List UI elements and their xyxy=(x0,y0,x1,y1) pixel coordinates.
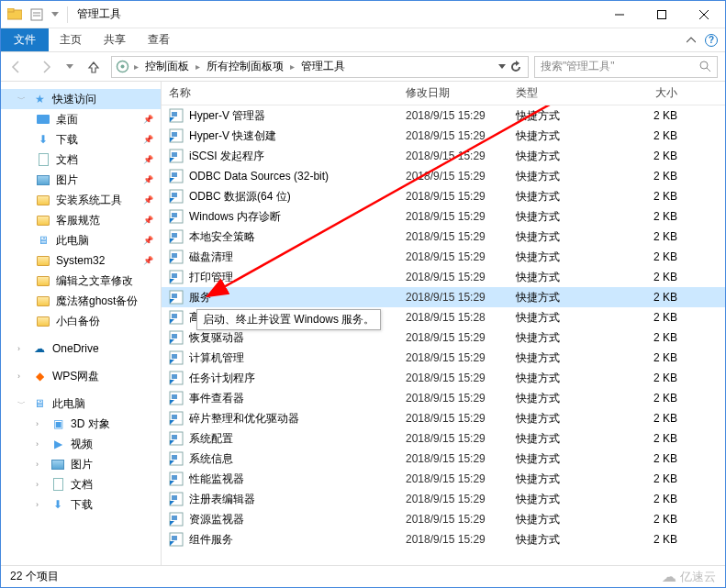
watermark-text: 亿速云 xyxy=(680,569,716,585)
file-rows[interactable]: 启动、终止并设置 Windows 服务。 Hyper-V 管理器 2018/9/… xyxy=(162,105,725,565)
file-row[interactable]: 系统配置 2018/9/15 15:29 快捷方式 2 KB xyxy=(162,428,725,449)
svg-line-12 xyxy=(707,68,710,72)
pin-icon: 📌 xyxy=(143,216,153,225)
twisty-icon[interactable]: › xyxy=(36,460,45,469)
twisty-icon[interactable]: ﹀ xyxy=(17,398,27,410)
file-name: ODBC 数据源(64 位) xyxy=(189,189,406,205)
nav-item-icon xyxy=(36,253,50,268)
nav-back-button[interactable] xyxy=(5,55,28,79)
nav-quick-access[interactable]: ﹀ ★ 快速访问 xyxy=(1,89,161,109)
nav-item-icon xyxy=(36,172,50,187)
sidebar-item[interactable]: 安装系统工具📌 xyxy=(1,190,161,210)
close-button[interactable] xyxy=(683,1,725,28)
sidebar-item[interactable]: System32📌 xyxy=(1,250,161,271)
address-bar[interactable]: ▸ 控制面板 ▸ 所有控制面板项 ▸ 管理工具 xyxy=(111,56,529,78)
file-row[interactable]: ODBC Data Sources (32-bit) 2018/9/15 15:… xyxy=(162,166,725,186)
ribbon-expand-icon[interactable] xyxy=(687,37,696,44)
file-row[interactable]: 资源监视器 2018/9/15 15:29 快捷方式 2 KB xyxy=(162,509,725,529)
minimize-button[interactable] xyxy=(598,1,641,28)
search-icon[interactable] xyxy=(699,61,711,72)
tab-home[interactable]: 主页 xyxy=(49,28,93,51)
file-size: 2 KB xyxy=(622,190,677,203)
nav-forward-button[interactable] xyxy=(34,55,58,79)
file-row[interactable]: 任务计划程序 2018/9/15 15:29 快捷方式 2 KB xyxy=(162,368,725,388)
file-type: 快捷方式 xyxy=(516,128,622,144)
column-header-date[interactable]: 修改日期 xyxy=(406,85,516,101)
svg-rect-19 xyxy=(172,152,177,157)
file-row[interactable]: 性能监视器 2018/9/15 15:29 快捷方式 2 KB xyxy=(162,469,725,489)
sidebar-item[interactable]: 编辑之文章修改 xyxy=(1,271,161,291)
twisty-icon[interactable]: › xyxy=(36,419,45,428)
file-name: 恢复驱动器 xyxy=(189,330,406,346)
twisty-icon[interactable]: › xyxy=(36,500,45,509)
help-icon[interactable]: ? xyxy=(705,34,718,47)
sidebar-item[interactable]: ⬇下载📌 xyxy=(1,129,161,150)
file-row[interactable]: 服务 2018/9/15 15:29 快捷方式 2 KB xyxy=(162,287,725,307)
file-row[interactable]: 打印管理 2018/9/15 15:29 快捷方式 2 KB xyxy=(162,267,725,287)
breadcrumb-sep-icon[interactable]: ▸ xyxy=(194,61,202,72)
file-row[interactable]: Windows 内存诊断 2018/9/15 15:29 快捷方式 2 KB xyxy=(162,206,725,227)
sidebar-item[interactable]: 文档📌 xyxy=(1,150,161,170)
sidebar-item[interactable]: ›⬇下载 xyxy=(1,494,161,515)
file-row[interactable]: Hyper-V 管理器 2018/9/15 15:29 快捷方式 2 KB xyxy=(162,105,725,126)
address-row: ▸ 控制面板 ▸ 所有控制面板项 ▸ 管理工具 搜索"管理工具" xyxy=(1,52,725,82)
column-header-name[interactable]: 名称 xyxy=(169,85,406,101)
file-row[interactable]: 本地安全策略 2018/9/15 15:29 快捷方式 2 KB xyxy=(162,227,725,247)
qat-properties-icon[interactable] xyxy=(27,5,47,25)
column-header-size[interactable]: 大小 xyxy=(622,85,677,101)
breadcrumb-sep-icon[interactable]: ▸ xyxy=(132,61,140,72)
file-row[interactable]: ODBC 数据源(64 位) 2018/9/15 15:29 快捷方式 2 KB xyxy=(162,186,725,206)
sidebar-item[interactable]: 小白备份 xyxy=(1,311,161,331)
breadcrumb-sep-icon[interactable]: ▸ xyxy=(288,61,296,72)
file-name: 本地安全策略 xyxy=(189,229,406,245)
breadcrumb-item[interactable]: 控制面板 xyxy=(142,59,192,74)
file-name: 碎片整理和优化驱动器 xyxy=(189,411,406,427)
twisty-icon[interactable]: › xyxy=(17,372,27,381)
file-row[interactable]: 恢复驱动器 2018/9/15 15:29 快捷方式 2 KB xyxy=(162,327,725,348)
file-row[interactable]: 计算机管理 2018/9/15 15:29 快捷方式 2 KB xyxy=(162,348,725,368)
file-row[interactable]: Hyper-V 快速创建 2018/9/15 15:29 快捷方式 2 KB xyxy=(162,126,725,146)
sidebar-item[interactable]: 客服规范📌 xyxy=(1,210,161,230)
twisty-icon[interactable]: ﹀ xyxy=(17,94,27,105)
sidebar-item[interactable]: 魔法猪ghost备份 xyxy=(1,291,161,311)
tab-view[interactable]: 查看 xyxy=(137,28,181,51)
file-size: 2 KB xyxy=(622,372,677,384)
nav-wps[interactable]: › ◆ WPS网盘 xyxy=(1,366,161,386)
sidebar-item[interactable]: 🖥此电脑📌 xyxy=(1,230,161,250)
sidebar-item[interactable]: ›图片 xyxy=(1,454,161,474)
twisty-icon[interactable]: › xyxy=(36,439,45,449)
sidebar-item[interactable]: ›文档 xyxy=(1,474,161,494)
file-row[interactable]: 系统信息 2018/9/15 15:29 快捷方式 2 KB xyxy=(162,449,725,469)
address-dropdown-icon[interactable] xyxy=(498,64,506,70)
file-date: 2018/9/15 15:29 xyxy=(406,210,516,223)
breadcrumb-item[interactable]: 管理工具 xyxy=(298,59,348,74)
file-row[interactable]: 碎片整理和优化驱动器 2018/9/15 15:29 快捷方式 2 KB xyxy=(162,408,725,428)
twisty-icon[interactable]: › xyxy=(36,480,45,489)
sidebar-item[interactable]: ›▶视频 xyxy=(1,434,161,454)
star-icon: ★ xyxy=(32,92,47,106)
file-row[interactable]: 磁盘清理 2018/9/15 15:29 快捷方式 2 KB xyxy=(162,247,725,267)
sidebar-item[interactable]: 桌面📌 xyxy=(1,109,161,129)
file-row[interactable]: iSCSI 发起程序 2018/9/15 15:29 快捷方式 2 KB xyxy=(162,146,725,166)
breadcrumb-item[interactable]: 所有控制面板项 xyxy=(204,59,286,74)
file-tab[interactable]: 文件 xyxy=(1,28,49,51)
refresh-icon[interactable] xyxy=(509,61,522,73)
svg-rect-45 xyxy=(172,415,177,419)
sidebar-item[interactable]: 图片📌 xyxy=(1,170,161,190)
nav-this-pc[interactable]: ﹀ 🖥 此电脑 xyxy=(1,394,161,414)
file-row[interactable]: 组件服务 2018/9/15 15:29 快捷方式 2 KB xyxy=(162,529,725,549)
file-row[interactable]: 事件查看器 2018/9/15 15:29 快捷方式 2 KB xyxy=(162,388,725,408)
tab-share[interactable]: 共享 xyxy=(93,28,137,51)
search-input[interactable]: 搜索"管理工具" xyxy=(534,56,718,78)
nav-onedrive[interactable]: › ☁ OneDrive xyxy=(1,338,161,359)
sidebar-item[interactable]: ›▣3D 对象 xyxy=(1,414,161,434)
navigation-pane[interactable]: ﹀ ★ 快速访问 桌面📌⬇下载📌文档📌图片📌安装系统工具📌客服规范📌🖥此电脑📌S… xyxy=(1,82,162,565)
maximize-button[interactable] xyxy=(641,1,683,28)
file-row[interactable]: 注册表编辑器 2018/9/15 15:29 快捷方式 2 KB xyxy=(162,489,725,509)
file-size: 2 KB xyxy=(622,271,677,283)
nav-recent-dropdown[interactable] xyxy=(63,55,76,79)
column-header-type[interactable]: 类型 xyxy=(516,85,622,101)
qat-dropdown-icon[interactable] xyxy=(49,5,61,25)
nav-up-button[interactable] xyxy=(82,55,106,79)
twisty-icon[interactable]: › xyxy=(17,344,27,353)
